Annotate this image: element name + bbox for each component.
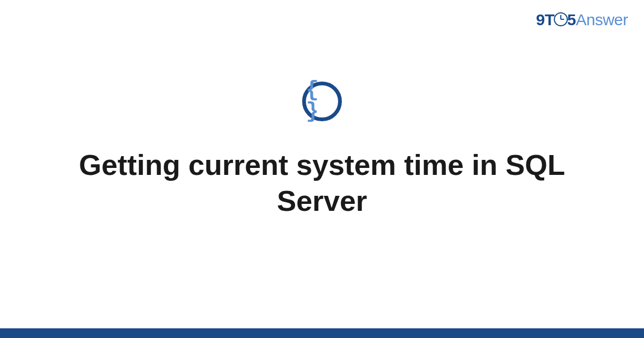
main-content: { } Getting current system time in SQL S… (0, 0, 644, 338)
code-braces-icon: { } (302, 82, 342, 121)
footer-accent-bar (0, 328, 644, 338)
page-title: Getting current system time in SQL Serve… (54, 147, 590, 219)
braces-glyph: { } (306, 80, 338, 123)
